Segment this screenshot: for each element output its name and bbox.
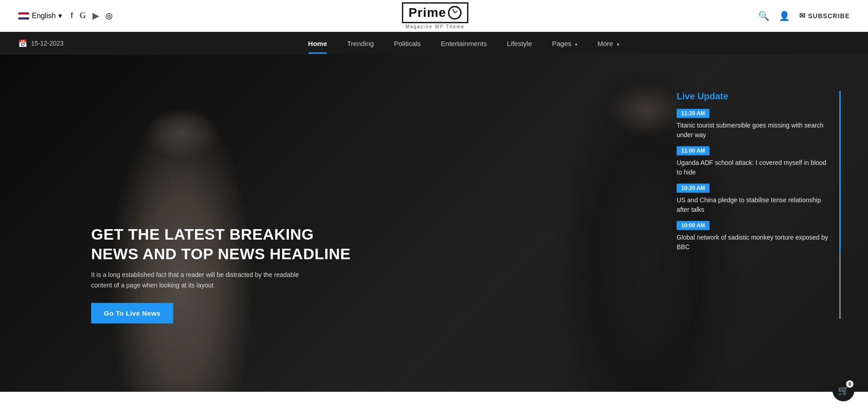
logo-area[interactable]: Prime Magazine WP Theme	[402, 2, 469, 29]
live-time-3: 10:20 AM	[677, 184, 709, 193]
live-text-2: Uganda ADF school attack: I covered myse…	[677, 158, 832, 177]
live-time-4: 10:00 AM	[677, 221, 709, 230]
vline-gray	[839, 254, 841, 319]
youtube-icon[interactable]: ▶	[92, 11, 99, 21]
live-item-1: 11:20 AM Titanic tourist submersible goe…	[677, 109, 832, 140]
nav-pages[interactable]: Pages ▾	[542, 33, 588, 54]
user-icon[interactable]: 👤	[779, 10, 790, 21]
language-arrow: ▾	[58, 11, 62, 20]
live-text-4: Global network of sadistic monkey tortur…	[677, 233, 832, 252]
logo-text: Prime	[409, 5, 447, 20]
live-item-4: 10:00 AM Global network of sadistic monk…	[677, 221, 832, 252]
envelope-icon: ✉	[799, 11, 806, 20]
hero-section: GET THE LATEST BREAKING NEWS AND TOP NEW…	[0, 55, 868, 392]
nav-trending[interactable]: Trending	[337, 33, 384, 54]
top-bar: English ▾ f G ▶ ◎ Prime Magazine WP Them…	[0, 0, 868, 32]
vline-blue	[839, 91, 841, 254]
search-icon[interactable]: 🔍	[758, 10, 770, 21]
social-icons: f G ▶ ◎	[70, 11, 112, 21]
more-dropdown-arrow: ▾	[617, 42, 619, 47]
hero-subtext: It is a long established fact that a rea…	[91, 270, 301, 290]
go-to-live-news-button[interactable]: Go To Live News	[91, 303, 173, 323]
live-item-3: 10:20 AM US and China pledge to stabilis…	[677, 184, 832, 215]
date-label: 15-12-2023	[31, 40, 64, 47]
live-item-2: 11:00 AM Uganda ADF school attack: I cov…	[677, 146, 832, 177]
facebook-icon[interactable]: f	[70, 11, 73, 20]
nav-politicals[interactable]: Politicals	[384, 33, 431, 54]
google-icon[interactable]: G	[79, 11, 86, 20]
logo-subtitle: Magazine WP Theme	[406, 24, 465, 29]
calendar-icon: 📅	[18, 39, 27, 48]
nav-bar: 📅 15-12-2023 Home Trending Politicals En…	[0, 32, 868, 55]
instagram-icon[interactable]: ◎	[105, 11, 113, 21]
nav-home[interactable]: Home	[298, 33, 337, 54]
subscribe-button[interactable]: ✉ SUBSCRIBE	[799, 11, 850, 20]
nav-entertainments[interactable]: Entertainments	[431, 33, 497, 54]
logo-clock-icon	[448, 6, 462, 20]
live-text-1: Titanic tourist submersible goes missing…	[677, 121, 832, 140]
language-label: English	[32, 12, 56, 20]
nav-date: 📅 15-12-2023	[18, 39, 64, 48]
nav-lifestyle[interactable]: Lifestyle	[497, 33, 542, 54]
live-update-panel: Live Update 11:20 AM Titanic tourist sub…	[677, 91, 832, 258]
flag-icon	[18, 12, 29, 20]
vertical-line	[839, 91, 841, 319]
live-time-2: 11:00 AM	[677, 146, 709, 155]
hero-content-left: GET THE LATEST BREAKING NEWS AND TOP NEW…	[91, 225, 355, 323]
live-text-3: US and China pledge to stabilise tense r…	[677, 195, 832, 215]
nav-more[interactable]: More ▾	[587, 33, 629, 54]
nav-links: Home Trending Politicals Entertainments …	[77, 33, 850, 54]
cart-badge: 0	[846, 380, 853, 388]
live-time-1: 11:20 AM	[677, 109, 709, 118]
subscribe-label: SUBSCRIBE	[808, 12, 850, 20]
language-selector[interactable]: English ▾	[18, 11, 62, 20]
logo-box: Prime	[402, 2, 469, 23]
top-bar-right: 🔍 👤 ✉ SUBSCRIBE	[758, 10, 850, 21]
hero-headline: GET THE LATEST BREAKING NEWS AND TOP NEW…	[91, 225, 355, 263]
live-update-title: Live Update	[677, 91, 832, 102]
top-bar-left: English ▾ f G ▶ ◎	[18, 11, 113, 21]
pages-dropdown-arrow: ▾	[575, 42, 577, 47]
